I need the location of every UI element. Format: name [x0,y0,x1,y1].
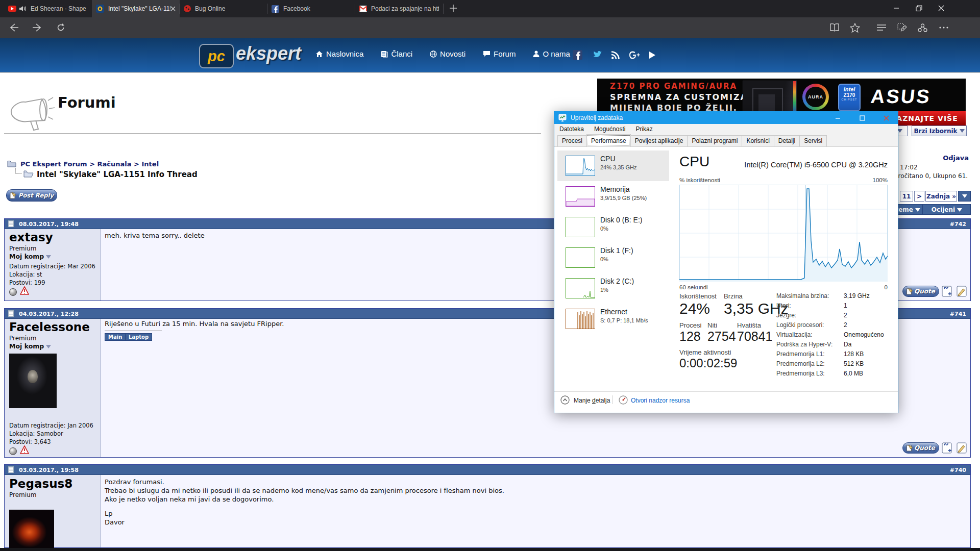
quote-button[interactable]: Quote [902,442,939,454]
hub-icon[interactable] [874,20,889,35]
tab-gmail[interactable]: Podaci za spajanje na http:/ [355,0,443,17]
tab-title: Facebook [283,5,351,12]
tab-korisnici[interactable]: Korisnici [742,135,774,146]
tab-povijest-aplikacije[interactable]: Povijest aplikacije [630,135,688,146]
pagination-dropdown[interactable] [958,191,971,202]
taskbar-edge[interactable] [0,548,980,551]
sidebar-item-ethernet[interactable]: Ethernet S: 0,7 P: 18,1 Mb/s [557,304,669,334]
menu-datoteka[interactable]: Datoteka [559,126,584,133]
main-nav: Naslovnica Članci Novosti Forum O nama [315,49,570,58]
nav-naslovnica[interactable]: Naslovnica [315,49,363,58]
pagination-next[interactable]: > [914,191,924,202]
quote-button[interactable]: Quote [902,286,939,297]
mycomp-link[interactable]: Moj komp [9,342,51,350]
resource-monitor-link[interactable]: Otvori nadzor resursa [631,397,690,404]
tab-bug-online[interactable]: Bug Online [180,0,267,17]
tab-procesi[interactable]: Procesi [557,135,587,146]
quick-menu-button[interactable]: Brzi Izbornik [912,126,967,136]
post-user-column: Facelessone Premium Moj komp Datum regis… [5,319,101,457]
tab-title: Intel "Skylake" LGA-115 [108,5,170,12]
multiquote-button[interactable] [941,286,954,297]
tab-servisi[interactable]: Servisi [799,135,827,146]
sidebar-item-disk2[interactable]: Disk 2 (C:) 1% [557,273,669,304]
less-details-label[interactable]: Manje detalja [574,397,610,404]
username[interactable]: Pegasus8 [9,477,72,490]
logo-ekspert[interactable]: ekspert [236,43,301,64]
username[interactable]: extasy [9,231,53,244]
report-post-icon[interactable] [20,286,29,295]
window-close-button[interactable] [930,0,952,16]
tab-close-icon[interactable] [170,6,176,11]
nav-clanci[interactable]: Članci [381,49,412,58]
less-details-button[interactable] [560,395,570,405]
post-reply-button[interactable]: Post Reply [6,189,57,202]
sidebar-item-disk0[interactable]: Disk 0 (B: E:) 0% [557,212,669,242]
breadcrumb[interactable]: PC Ekspert Forum > Računala > Intel [20,160,159,168]
megaphone-illustration [4,94,55,133]
facebook-social-icon[interactable] [573,50,582,60]
google-plus-icon[interactable] [629,51,640,59]
logout-link[interactable]: Odjava [887,154,969,162]
reading-view-icon[interactable] [827,20,842,35]
sidebar-item-cpu[interactable]: CPU 24% 3,35 GHz [557,151,669,181]
quick-edit-button[interactable] [956,286,969,297]
rate-button[interactable]: Ocijeni [923,206,970,213]
post-paper-icon [8,466,14,473]
quick-edit-button[interactable] [956,442,969,454]
favorites-star-icon[interactable] [847,20,863,35]
mycomp-link[interactable]: Moj komp [9,253,51,260]
asus-logo: ASUS [870,86,932,108]
rss-icon[interactable] [611,51,620,60]
twitter-social-icon[interactable] [591,51,602,60]
refresh-icon[interactable] [53,20,68,35]
chipset-label: Z170 [839,92,860,98]
detail-value: 6,0 MB [844,370,863,377]
nav-novosti[interactable]: Novosti [430,49,465,58]
task-manager-titlebar[interactable]: Upravitelj zadataka [554,112,898,124]
sig-button-main[interactable]: Main [105,333,126,341]
cpu-pane-title: CPU [679,154,709,170]
post-740: 03.03.2017., 19:58 #740 Pegasus8 Premium… [4,464,971,548]
web-note-icon[interactable] [894,20,910,35]
username[interactable]: Facelessone [9,320,90,334]
multiquote-button[interactable] [941,442,954,454]
sidebar-item-disk1[interactable]: Disk 1 (F:) 0% [557,242,669,273]
tab-detalji[interactable]: Detalji [774,135,800,146]
more-options-icon[interactable] [936,20,951,35]
tm-close-button[interactable] [874,112,898,124]
new-tab-button[interactable] [449,4,457,12]
share-icon[interactable] [915,20,930,35]
pagination-page-11[interactable]: 11 [900,191,913,202]
sidebar-item-memorija[interactable]: Memorija 3,9/15,9 GB (25%) [557,181,669,212]
back-icon[interactable] [6,20,21,35]
tm-maximize-button[interactable] [850,112,874,124]
tm-minimize-button[interactable] [825,112,850,124]
play-icon[interactable] [649,51,656,59]
window-minimize-button[interactable] [885,0,908,16]
site-logo-badge[interactable]: pc [199,44,234,68]
audio-playing-icon[interactable] [19,6,27,12]
menu-mogucnosti[interactable]: Mogućnosti [594,126,625,133]
pagination-last[interactable]: Zadnja » [925,191,957,202]
nav-forum[interactable]: Forum [483,49,516,58]
post-message-line: Trebao bi uslugu da mi netko ili posudi … [105,487,504,494]
menu-prikaz[interactable]: Prikaz [635,126,652,133]
nav-o-nama[interactable]: O nama [533,49,570,58]
forward-icon[interactable] [30,20,45,35]
post-number[interactable]: #741 [950,311,966,317]
avatar-pegasus8[interactable] [9,510,54,548]
tab-facebook[interactable]: Facebook [267,0,355,17]
avatar-facelessone[interactable] [9,354,57,408]
tab-performanse[interactable]: Performanse [586,134,631,146]
tab-polazni-programi[interactable]: Polazni programi [687,135,742,146]
sig-button-laptop[interactable]: Laptop [125,333,152,341]
detail-label: Jezgre: [776,312,796,319]
report-post-icon[interactable] [20,445,29,454]
window-restore-button[interactable] [908,0,930,16]
tab-title: Bug Online [195,5,263,12]
post-number[interactable]: #740 [950,467,966,473]
tab-youtube[interactable]: Ed Sheeran - Shape of ' [4,0,92,17]
post-number[interactable]: #742 [950,221,966,228]
task-manager-window: Upravitelj zadataka Datoteka Mogućnosti … [554,111,898,413]
tab-pcekspert-active[interactable]: Intel "Skylake" LGA-115 [92,0,180,17]
